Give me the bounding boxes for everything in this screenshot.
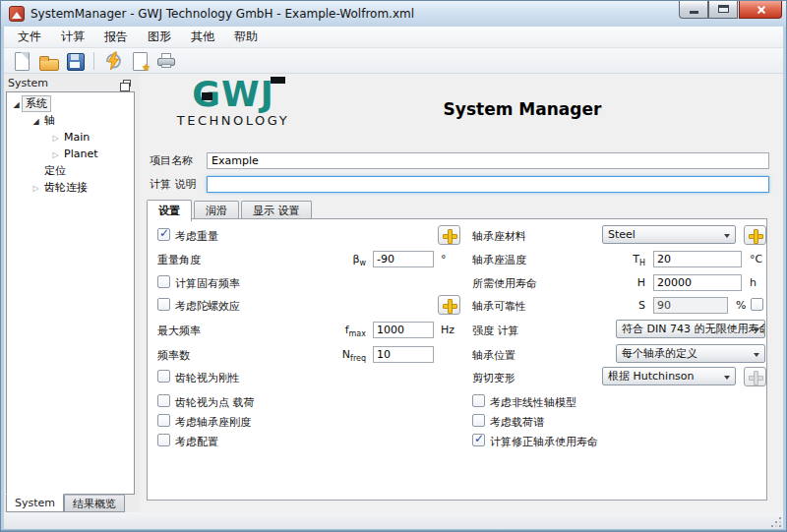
weight-angle-input[interactable] (373, 251, 434, 267)
calc-description-input[interactable] (207, 176, 769, 193)
max-frequency-symbol: fmax (325, 324, 366, 338)
menu-calculation[interactable]: 计算 (51, 26, 94, 48)
max-frequency-input[interactable] (373, 322, 434, 338)
project-name-label: 项目名称 (150, 153, 207, 168)
minimize-icon (690, 11, 698, 14)
nonlinear-shaft-label: 考虑非线性轴模型 (490, 395, 576, 410)
weight-angle-unit: ° (441, 253, 447, 266)
checkbox-housing-stiffness[interactable] (157, 414, 170, 427)
load-spectrum-label: 考虑载荷谱 (490, 415, 544, 430)
project-name-input[interactable] (207, 152, 769, 169)
print-icon[interactable] (156, 51, 176, 71)
project-name-row: 项目名称 (150, 152, 769, 169)
gyroscopic-plus-button[interactable] (438, 295, 460, 315)
close-button[interactable] (739, 1, 782, 19)
reliability-label: 轴承可靠性 (472, 299, 526, 314)
open-file-icon[interactable] (38, 51, 58, 71)
dock-header: System (4, 74, 137, 91)
checkbox-consider-config[interactable] (157, 434, 170, 446)
tree-item-planet[interactable]: Planet (7, 146, 134, 162)
collapsed-arrow-icon[interactable] (30, 181, 41, 194)
housing-material-plus-button[interactable] (744, 225, 766, 245)
page-title: System Manager (375, 99, 670, 119)
checkbox-load-spectrum[interactable] (472, 414, 485, 427)
settings-tab-bar: 设置 润滑 显示 设置 (147, 200, 314, 220)
reliability-input (653, 297, 728, 314)
menu-help[interactable]: 帮助 (224, 26, 268, 48)
menu-other[interactable]: 其他 (181, 26, 224, 48)
toolbar-separator (93, 52, 94, 70)
tree-item-shafts[interactable]: 轴 (7, 112, 134, 129)
gwj-logo-text: GWJ (171, 76, 295, 113)
main-content: GWJ TECHNOLOGY System Manager 项目名称 计算 说明… (140, 74, 783, 512)
reliability-symbol: S (610, 299, 645, 312)
dock-tab-system[interactable]: System (6, 494, 64, 512)
tab-display-settings[interactable]: 显示 设置 (241, 201, 312, 220)
report-icon[interactable]: ★ (130, 51, 150, 71)
checkbox-gears-point-load[interactable] (157, 394, 170, 407)
menu-graphics[interactable]: 图形 (138, 26, 181, 48)
dock-title: System (8, 77, 48, 89)
gwj-logo: GWJ TECHNOLOGY (171, 76, 295, 128)
tree-item-positioning[interactable]: 定位 (7, 162, 134, 179)
checkbox-gyroscopic-effect[interactable] (157, 298, 170, 311)
menu-bar: 文件 计算 报告 图形 其他 帮助 (4, 27, 783, 48)
tree-item-gear-connections[interactable]: 齿轮连接 (7, 179, 134, 196)
weight-angle-symbol: βw (325, 253, 366, 267)
strength-calc-label: 强度 计算 (472, 324, 519, 338)
calc-description-row: 计算 说明 (150, 176, 769, 193)
collapsed-arrow-icon[interactable] (50, 131, 61, 144)
window-controls (679, 1, 782, 19)
maximize-button[interactable] (708, 1, 738, 19)
save-icon[interactable] (65, 51, 85, 71)
weight-angle-label: 重量角度 (157, 253, 201, 267)
settings-panel: 考虑重量 轴承座材料 Steel 重量角度 βw ° 轴承座温度 TH °C (147, 218, 767, 501)
housing-temp-label: 轴承座温度 (472, 253, 526, 267)
checkbox-nonlinear-shaft[interactable] (472, 394, 485, 407)
checkbox-consider-weight[interactable] (157, 228, 170, 241)
gwj-logo-subtext: TECHNOLOGY (171, 113, 295, 128)
new-document-icon[interactable] (12, 51, 31, 71)
app-icon (9, 6, 25, 22)
calculate-lightning-icon[interactable] (103, 51, 123, 71)
maximize-icon (718, 5, 729, 13)
system-dock-panel: System 系统 轴 Main (4, 74, 137, 512)
float-panel-icon[interactable] (123, 80, 131, 87)
gyroscopic-effect-label: 考虑陀螺效应 (175, 299, 240, 314)
window-title: SystemManager - GWJ Technology GmbH - Ex… (30, 7, 679, 21)
checkbox-gears-rigid[interactable] (157, 370, 170, 383)
toolbar: ★ (4, 48, 783, 74)
bearing-position-dropdown[interactable]: 每个轴承的定义 (616, 344, 765, 363)
tree-item-system[interactable]: 系统 (7, 95, 134, 112)
gears-point-load-label: 齿轮视为点 载荷 (175, 395, 255, 410)
menu-file[interactable]: 文件 (8, 26, 51, 48)
shear-plus-button (744, 367, 766, 386)
checkbox-reliability[interactable] (751, 298, 763, 311)
housing-material-label: 轴承座材料 (472, 229, 526, 244)
tab-lubrication[interactable]: 润滑 (194, 201, 239, 220)
bearing-position-label: 轴承位置 (472, 348, 515, 363)
housing-temp-input[interactable] (653, 251, 742, 267)
calc-description-label: 计算 说明 (150, 177, 207, 192)
strength-calc-dropdown[interactable]: 符合 DIN 743 的无限使用寿命 (616, 320, 765, 338)
resize-grip[interactable] (779, 517, 781, 519)
housing-material-dropdown[interactable]: Steel (602, 225, 736, 244)
shear-deformation-dropdown[interactable]: 根据 Hutchinson (602, 367, 736, 385)
weight-plus-button[interactable] (438, 225, 460, 245)
expanded-arrow-icon[interactable] (30, 114, 41, 127)
menu-report[interactable]: 报告 (94, 26, 138, 48)
checkbox-natural-frequencies[interactable] (157, 275, 170, 288)
dock-tab-results-overview[interactable]: 结果概览 (64, 495, 125, 512)
titlebar: SystemManager - GWJ Technology GmbH - Ex… (1, 1, 786, 27)
collapsed-arrow-icon[interactable] (50, 148, 61, 160)
checkbox-modified-life[interactable] (472, 434, 485, 446)
frequency-count-input[interactable] (373, 346, 434, 363)
expanded-arrow-icon[interactable] (11, 97, 22, 110)
max-frequency-unit: Hz (441, 324, 454, 336)
tab-settings[interactable]: 设置 (147, 200, 192, 221)
housing-temp-symbol: TH (610, 253, 645, 267)
natural-frequencies-label: 计算固有频率 (175, 276, 240, 291)
tree-item-main[interactable]: Main (7, 129, 134, 146)
required-life-input[interactable] (653, 274, 742, 291)
minimize-button[interactable] (679, 1, 708, 19)
